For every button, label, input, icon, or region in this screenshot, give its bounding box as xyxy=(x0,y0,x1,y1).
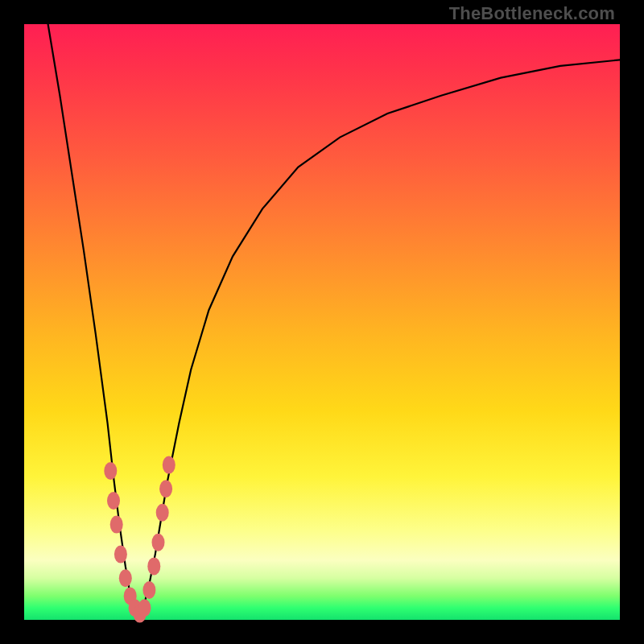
highlight-marker xyxy=(147,557,160,575)
plot-area xyxy=(24,24,620,620)
highlight-marker xyxy=(110,516,123,534)
highlight-marker xyxy=(163,456,175,474)
highlight-marker xyxy=(152,534,165,551)
bottleneck-curve xyxy=(48,24,620,620)
highlight-marker xyxy=(138,599,151,617)
highlight-marker xyxy=(156,504,169,522)
curve-layer xyxy=(24,24,620,620)
watermark: TheBottleneck.com xyxy=(449,3,615,24)
highlight-marker xyxy=(119,569,132,587)
highlight-marker xyxy=(107,492,120,510)
highlight-marker xyxy=(104,462,117,480)
highlight-marker xyxy=(159,480,172,497)
highlight-marker xyxy=(114,546,127,564)
chart-frame: TheBottleneck.com xyxy=(0,0,644,644)
highlight-marker xyxy=(142,581,155,599)
